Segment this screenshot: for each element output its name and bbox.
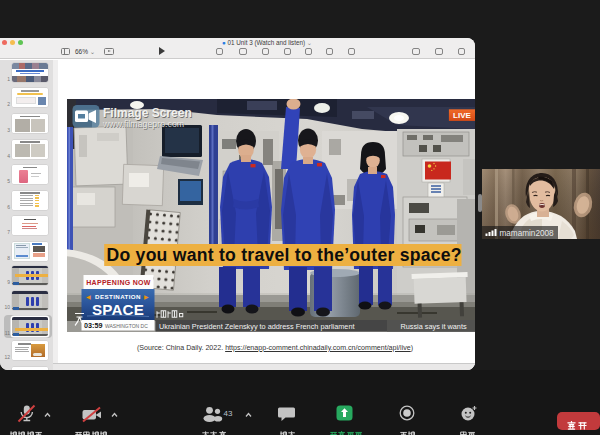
svg-text:HAPPENING NOW: HAPPENING NOW [86, 279, 151, 286]
svg-text:Filmage Screen: Filmage Screen [103, 106, 192, 120]
svg-text:03:59: 03:59 [84, 321, 102, 330]
svg-text:LIVE: LIVE [453, 111, 471, 120]
svg-text:Russia says it wants: Russia says it wants [400, 322, 466, 331]
svg-text:◀: ◀ [86, 294, 91, 300]
svg-text:www.filmagepro.com: www.filmagepro.com [102, 119, 184, 129]
svg-text:Do you want to travel to the’o: Do you want to travel to the’outer space… [106, 245, 461, 265]
svg-text:▶: ▶ [144, 294, 149, 300]
svg-text:mamamin2008: mamamin2008 [500, 229, 555, 238]
svg-text:DESTINATION: DESTINATION [95, 293, 141, 300]
svg-text:WASHINGTON DC: WASHINGTON DC [105, 323, 148, 329]
svg-text:Ukrainian President Zelenskyy: Ukrainian President Zelenskyy to address… [159, 322, 354, 331]
